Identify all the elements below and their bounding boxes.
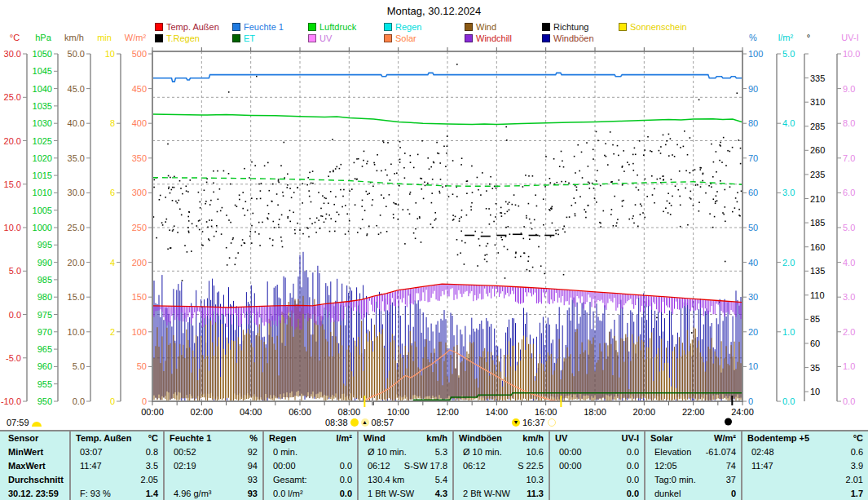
svg-text:8.0: 8.0 (843, 118, 855, 128)
table-col-solar: SolarW/m²Elevation-61.07412:0574Tag:0 mi… (644, 431, 741, 500)
x-axis-label: 02:00 (191, 407, 214, 417)
table-row: 03:070.8 (76, 445, 158, 459)
x-axis-label: 18:00 (584, 407, 606, 417)
table-row: 0.0 (555, 473, 639, 487)
table-cell-value: 5.4 (435, 473, 447, 487)
axis-title-UV-I: UV-I (841, 33, 858, 42)
table-row: Gesamt:0.0 (269, 473, 352, 487)
table-cell-value: 0.0 (627, 445, 639, 459)
svg-text:25.0: 25.0 (68, 223, 85, 232)
svg-text:400: 400 (132, 118, 147, 128)
svg-text:35.0: 35.0 (68, 153, 85, 163)
table-cell-value: 0.0 (627, 473, 639, 487)
svg-text:1025: 1025 (33, 136, 52, 146)
x-axis-label: 06:00 (289, 407, 311, 417)
svg-text:2.0: 2.0 (843, 327, 855, 337)
table-row: 11:473.5 (76, 459, 158, 473)
table-cell-value: 0.0 (340, 459, 352, 473)
svg-text:0.0: 0.0 (843, 396, 855, 406)
table-cell-value: 2.05 (141, 473, 158, 487)
table-col-unit: km/h (522, 432, 544, 445)
svg-text:1015: 1015 (33, 170, 52, 180)
svg-text:80: 80 (748, 118, 758, 128)
stats-table: SensorMinWertMaxWertDurchschnitt30.12. 2… (0, 430, 868, 500)
table-row: Ø 10 min.5.3 (364, 445, 447, 459)
svg-text:20.0: 20.0 (4, 136, 21, 146)
svg-text:980: 980 (37, 292, 52, 302)
svg-text:200: 200 (132, 258, 147, 268)
svg-text:990: 990 (37, 258, 52, 268)
table-cell-text: 06:12 (364, 459, 390, 473)
table-row: 1 Bft W-SW4.3 (364, 487, 447, 500)
svg-text:1045: 1045 (33, 66, 52, 76)
table-row: 00:000.0 (269, 459, 352, 473)
svg-text:960: 960 (37, 361, 52, 371)
svg-text:350: 350 (132, 153, 147, 163)
table-cell-text: Elevation (650, 445, 691, 459)
table-cell-value: 0.0 (627, 487, 639, 500)
svg-text:25.0: 25.0 (4, 92, 21, 102)
table-col-name: Windböen (459, 432, 502, 445)
axis-hPa: hPa1050104510401035103010251020101510101… (33, 33, 58, 406)
table-cell-text: 00:00 (269, 459, 296, 473)
table-cell-value: 10.3 (527, 473, 544, 487)
svg-text:1050: 1050 (33, 49, 52, 59)
series-windboeen (152, 252, 741, 401)
table-cell-text: 1 Bft W-SW (364, 487, 414, 500)
sunshine-start-time: 08:38 (325, 418, 348, 427)
table-cell-text: dunkel (650, 487, 681, 500)
table-cell-value: 11.3 (527, 487, 544, 500)
weather-chart: °C30.025.020.015.010.05.00.0-5.0-10.0hPa… (0, 0, 868, 432)
x-axis-label: 12:00 (436, 407, 459, 417)
table-cell-value: S 22.5 (518, 459, 544, 473)
svg-text:210: 210 (810, 194, 825, 204)
svg-text:335: 335 (810, 73, 825, 83)
table-col-name: UV (555, 432, 567, 445)
svg-text:1040: 1040 (33, 84, 52, 94)
svg-text:0.0: 0.0 (9, 310, 21, 320)
table-cell-value: 5.3 (435, 445, 447, 459)
x-axis-label: 22:00 (682, 407, 705, 417)
sunshine-end-time: 08:57 (372, 418, 394, 427)
table-cell-text: Gesamt: (269, 473, 307, 487)
series-wind (152, 296, 741, 401)
svg-text:1000: 1000 (33, 223, 52, 232)
table-cell-value: 2.01 (846, 473, 863, 487)
axis-title-°C: °C (10, 33, 20, 42)
table-cell-text: 12:05 (650, 459, 677, 473)
svg-text:45.0: 45.0 (68, 84, 85, 94)
table-col-unit: % (249, 432, 258, 445)
table-row: 0 min. (269, 445, 352, 459)
svg-text:100: 100 (132, 327, 147, 337)
svg-text:40: 40 (748, 258, 758, 268)
table-col-windb-en: Windböenkm/hØ 10 min.10.606:12S 22.510.3… (452, 431, 549, 500)
table-cell-value: 0 (731, 487, 736, 500)
axis-title-min: min (97, 33, 112, 42)
svg-text:1.0: 1.0 (782, 327, 795, 337)
sun-down-icon: ▼ (512, 418, 520, 427)
sun-ring-icon (548, 418, 556, 427)
table-row: 06:12S-SW 17.8 (364, 459, 447, 473)
axis-title-l/m²: l/m² (778, 33, 794, 42)
table-row: Elevation-61.074 (650, 445, 736, 459)
table-cell-value: 10.6 (527, 445, 544, 459)
svg-text:450: 450 (132, 84, 147, 94)
svg-text:8: 8 (110, 118, 115, 128)
svg-text:10.0: 10.0 (843, 49, 860, 59)
svg-text:70: 70 (748, 153, 758, 163)
table-col-bodentemp-5: Bodentemp +5°C02:480.611:473.92.011.7 (741, 431, 868, 500)
table-row: dunkel0 (650, 487, 736, 500)
svg-text:40.0: 40.0 (68, 118, 85, 128)
table-cell-text (459, 473, 463, 487)
axis-°: °33531028526023521018516013511085603510 (804, 33, 825, 401)
table-cell-value: 93 (248, 487, 258, 500)
svg-text:955: 955 (37, 379, 52, 389)
table-row: 2.05 (76, 473, 158, 487)
table-row: 06:12S 22.5 (459, 459, 544, 473)
table-cell-text: 0 min. (269, 445, 297, 459)
table-col-unit: W/m² (714, 432, 736, 445)
sunshine-morning-note: 08:38 ▲ 08:57 (325, 417, 394, 428)
svg-text:30: 30 (748, 292, 758, 302)
svg-text:110: 110 (810, 290, 825, 300)
x-axis-label: 24:00 (731, 407, 754, 417)
